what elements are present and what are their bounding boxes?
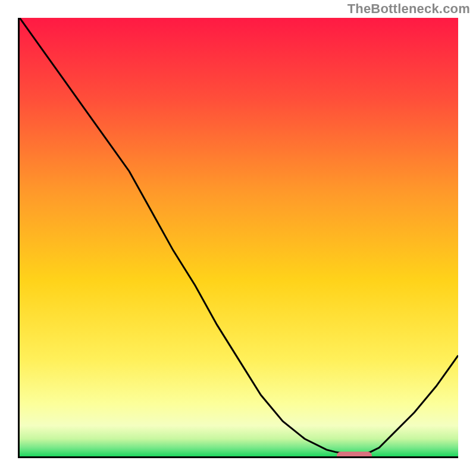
chart-plot-area (18, 18, 458, 458)
optimal-range-marker (337, 452, 372, 458)
bottleneck-curve (20, 18, 458, 456)
watermark-text: TheBottleneck.com (347, 1, 470, 17)
